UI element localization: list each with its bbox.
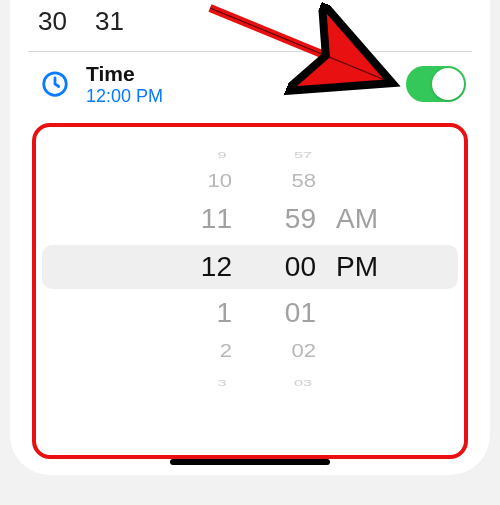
- minute-option[interactable]: 01: [236, 293, 316, 333]
- hour-selected[interactable]: 12: [122, 247, 232, 287]
- minute-option[interactable]: 57: [240, 144, 312, 166]
- minute-option[interactable]: 58: [236, 165, 316, 197]
- minute-option[interactable]: 03: [240, 372, 312, 394]
- time-title: Time: [86, 62, 163, 86]
- minute-wheel[interactable]: 57 58 59 00 01 02 03: [236, 127, 316, 455]
- time-row: Time 12:00 PM: [10, 52, 490, 117]
- calendar-day[interactable]: 31: [95, 6, 124, 37]
- time-picker: 9 10 11 12 1 2 3 57 58 59 00 01 02 03 AM…: [32, 123, 468, 459]
- toggle-knob: [432, 68, 464, 100]
- time-value: 12:00 PM: [86, 86, 163, 107]
- home-indicator[interactable]: [170, 459, 330, 465]
- ampm-selected[interactable]: PM: [336, 247, 416, 287]
- hour-option[interactable]: 1: [122, 293, 232, 333]
- hour-option[interactable]: 10: [122, 165, 232, 197]
- time-labels: Time 12:00 PM: [86, 62, 163, 107]
- hour-option[interactable]: 9: [128, 144, 227, 166]
- hour-option[interactable]: 2: [122, 335, 232, 367]
- ampm-wheel[interactable]: AM PM: [336, 127, 416, 455]
- minute-option[interactable]: 59: [236, 199, 316, 239]
- minute-option[interactable]: 02: [236, 335, 316, 367]
- time-toggle[interactable]: [406, 66, 466, 102]
- phone-frame: 30 31 Time 12:00 PM 9 10 11 12 1 2: [10, 0, 490, 475]
- calendar-day[interactable]: 30: [38, 6, 67, 37]
- calendar-row: 30 31: [10, 0, 490, 51]
- minute-selected[interactable]: 00: [236, 247, 316, 287]
- hour-option[interactable]: 11: [122, 199, 232, 239]
- ampm-option[interactable]: AM: [336, 199, 416, 239]
- hour-option[interactable]: 3: [128, 372, 227, 394]
- clock-icon: [40, 69, 70, 99]
- hour-wheel[interactable]: 9 10 11 12 1 2 3: [122, 127, 232, 455]
